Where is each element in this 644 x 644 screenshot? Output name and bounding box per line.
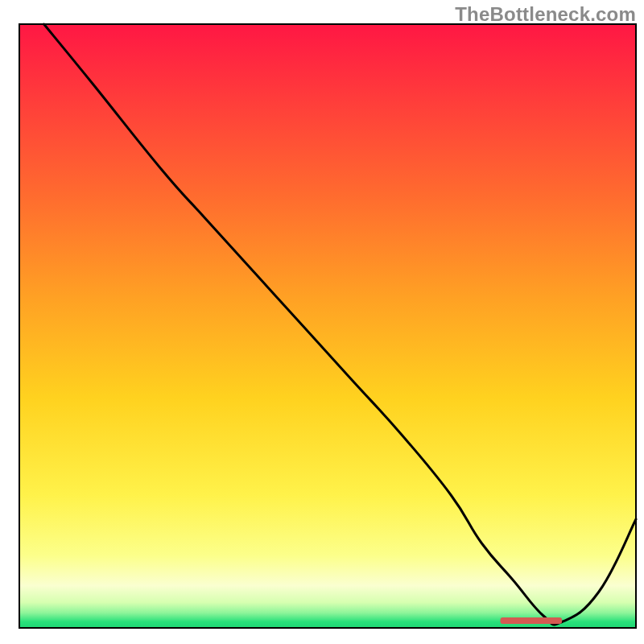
optimal-range-marker	[500, 617, 562, 624]
watermark-label: TheBottleneck.com	[455, 3, 636, 26]
plot-background	[19, 24, 636, 628]
chart-canvas: TheBottleneck.com	[0, 0, 644, 644]
bottleneck-chart	[0, 0, 644, 644]
